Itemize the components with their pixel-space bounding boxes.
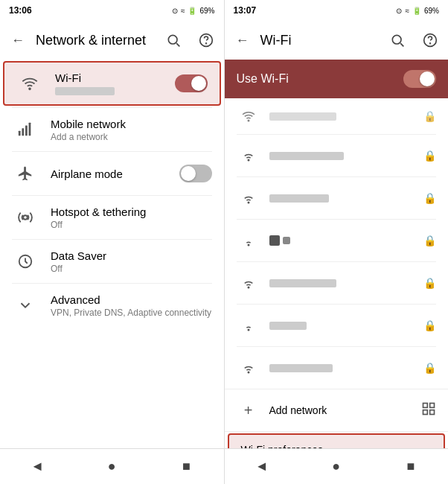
svg-point-17	[248, 202, 249, 203]
right-search-button[interactable]	[385, 28, 409, 52]
left-top-nav: ← Network & internet	[0, 21, 224, 60]
wifi-network-item-4[interactable]: 🔒	[225, 262, 449, 304]
right-back-nav-button[interactable]: ◄	[244, 449, 280, 485]
wifi-signal-icon-4	[237, 271, 260, 295]
wifi-scroll-area: 🔒 🔒	[225, 98, 449, 448]
wifi-title: Wi-Fi	[55, 71, 169, 84]
wifi-menu-item[interactable]: Wi-Fi	[3, 61, 221, 106]
left-bottom-nav: ◄ ● ■	[0, 448, 224, 484]
svg-point-9	[23, 215, 28, 220]
lock-icon-4: 🔒	[423, 277, 436, 289]
svg-rect-23	[430, 404, 435, 408]
right-top-nav: ← Wi-Fi	[225, 21, 449, 60]
lock-icon-3: 🔒	[423, 235, 436, 246]
right-help-button[interactable]	[418, 28, 442, 52]
right-home-button[interactable]: ●	[319, 449, 354, 485]
grid-icon	[421, 401, 436, 419]
mobile-network-text: Mobile network Add a network	[51, 118, 212, 142]
svg-point-3	[205, 43, 206, 44]
hotspot-subtitle: Off	[51, 220, 212, 230]
svg-line-1	[176, 43, 179, 46]
chevron-down-icon	[12, 292, 39, 319]
svg-line-12	[400, 43, 403, 46]
search-icon	[166, 33, 181, 48]
svg-point-19	[248, 287, 249, 288]
data-saver-text: Data Saver Off	[51, 249, 212, 274]
battery-icon: 🔋	[188, 7, 196, 15]
wifi-network-item-3[interactable]: 🔒	[225, 220, 449, 261]
wifi-network-item-2[interactable]: 🔒	[225, 177, 449, 219]
advanced-item[interactable]: Advanced VPN, Private DNS, Adaptive conn…	[0, 284, 224, 327]
left-help-button[interactable]	[194, 28, 218, 52]
wifi-network-partial[interactable]: 🔒	[225, 98, 449, 134]
svg-rect-24	[423, 410, 428, 415]
left-time: 13:06	[9, 5, 32, 16]
svg-rect-7	[25, 126, 28, 136]
svg-point-18	[248, 244, 249, 246]
recents-button[interactable]: ■	[168, 449, 204, 485]
help-icon	[199, 33, 214, 48]
add-network-row[interactable]: + Add network	[225, 389, 449, 432]
airplane-toggle-thumb	[181, 166, 196, 181]
wifi-signal-icon-partial	[237, 104, 260, 128]
svg-rect-8	[29, 123, 31, 136]
left-menu-list: Wi-Fi	[0, 60, 224, 448]
hotspot-title: Hotspot & tethering	[51, 206, 212, 218]
use-wifi-toggle-thumb	[420, 71, 435, 86]
wifi-network-item-5[interactable]: 🔒	[225, 305, 449, 346]
right-status-icons: ⊙ ≈ 🔋 69%	[396, 7, 439, 15]
wifi-text: Wi-Fi	[55, 71, 169, 96]
svg-rect-6	[22, 128, 24, 136]
left-back-button[interactable]: ←	[6, 28, 30, 52]
battery-pct: 69%	[199, 7, 214, 15]
data-saver-icon	[12, 248, 39, 275]
left-search-button[interactable]	[161, 28, 185, 52]
data-saver-title: Data Saver	[51, 249, 212, 262]
use-wifi-label: Use Wi-Fi	[237, 72, 404, 86]
right-bottom-nav: ◄ ● ■	[225, 448, 449, 484]
right-status-bar: 13:07 ⊙ ≈ 🔋 69%	[225, 0, 449, 21]
wifi-signal-icon-1	[237, 144, 260, 168]
home-button[interactable]: ●	[94, 449, 129, 485]
airplane-toggle-container[interactable]	[179, 165, 212, 182]
lock-icon-1: 🔒	[423, 150, 436, 162]
svg-point-14	[430, 43, 431, 44]
left-status-bar: 13:06 ⊙ ≈ 🔋 69%	[0, 0, 224, 21]
wifi-network-item-1[interactable]: 🔒	[225, 135, 449, 176]
airplane-toggle[interactable]	[179, 165, 212, 182]
signal-status-icon: ≈	[181, 7, 185, 15]
right-back-button[interactable]: ←	[231, 28, 255, 52]
signal-bars-icon	[12, 116, 39, 143]
advanced-title: Advanced	[51, 293, 212, 306]
wifi-signal-icon-5	[237, 313, 260, 337]
right-screen: 13:07 ⊙ ≈ 🔋 69% ← Wi-Fi	[225, 0, 449, 484]
svg-point-16	[248, 159, 249, 161]
wifi-toggle-container[interactable]	[175, 74, 208, 92]
left-page-title: Network & internet	[36, 33, 161, 48]
add-network-label: Add network	[269, 404, 422, 416]
back-button[interactable]: ◄	[19, 449, 55, 485]
left-screen: 13:06 ⊙ ≈ 🔋 69% ← Network & internet	[0, 0, 225, 484]
airplane-mode-item[interactable]: Airplane mode	[0, 152, 224, 195]
mobile-network-item[interactable]: Mobile network Add a network	[0, 108, 224, 151]
right-help-icon	[423, 33, 438, 48]
data-saver-item[interactable]: Data Saver Off	[0, 240, 224, 283]
wifi-signal-icon-6	[237, 356, 260, 380]
right-recents-button[interactable]: ■	[393, 449, 429, 485]
lock-icon-5: 🔒	[423, 319, 436, 331]
hotspot-item[interactable]: Hotspot & tethering Off	[0, 196, 224, 239]
airplane-mode-title: Airplane mode	[51, 168, 173, 180]
use-wifi-header[interactable]: Use Wi-Fi	[225, 60, 449, 98]
wifi-status-icon: ⊙	[172, 7, 178, 15]
right-search-icon	[390, 33, 405, 48]
wifi-network-item-6[interactable]: 🔒	[225, 347, 449, 389]
svg-rect-5	[19, 131, 21, 136]
mobile-network-title: Mobile network	[51, 118, 212, 130]
use-wifi-toggle[interactable]	[403, 70, 436, 88]
advanced-text: Advanced VPN, Private DNS, Adaptive conn…	[51, 293, 212, 318]
wifi-toggle[interactable]	[175, 74, 208, 92]
wifi-signal-icon-3	[237, 229, 260, 252]
right-page-title: Wi-Fi	[260, 33, 386, 48]
wifi-preferences-item[interactable]: Wi-Fi preferences Wi-Fi turns back on au…	[228, 433, 446, 448]
lock-icon-6: 🔒	[423, 362, 436, 374]
